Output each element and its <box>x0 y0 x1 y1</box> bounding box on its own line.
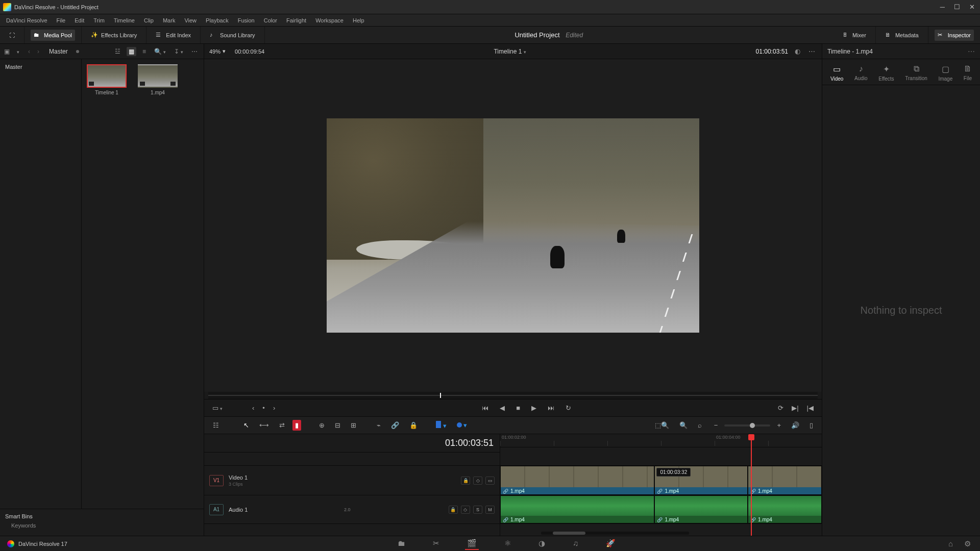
timeline-playhead[interactable] <box>751 434 752 536</box>
inspector-toggle[interactable]: ✂Inspector <box>935 30 974 41</box>
mixer-toggle[interactable]: 🎚Mixer <box>839 30 869 41</box>
bin-list-icon[interactable]: ▣ <box>4 48 11 55</box>
track-lock-button[interactable]: 🔒 <box>449 506 458 514</box>
page-fairlight[interactable]: ♫ <box>571 538 580 550</box>
page-cut[interactable]: ✂ <box>431 538 442 550</box>
track-mute-button[interactable]: M <box>485 506 495 514</box>
home-button[interactable]: ⌂ <box>946 538 955 549</box>
inspector-tab-effects[interactable]: ✦Effects <box>877 63 895 83</box>
menu-view[interactable]: View <box>180 16 201 24</box>
match-frame-button[interactable]: ‹ <box>250 403 256 413</box>
match-frame-fwd[interactable]: › <box>271 403 277 413</box>
bypass-grades-button[interactable]: ◐ <box>793 47 802 55</box>
thumb-timeline-1[interactable]: Timeline 1 <box>87 64 127 95</box>
replace-clip-button[interactable]: ⊞ <box>348 420 359 431</box>
marker-dropdown[interactable]: ▾ <box>454 420 470 431</box>
menu-clip[interactable]: Clip <box>140 16 158 24</box>
audio-clip[interactable]: 1.mp4 <box>654 495 748 523</box>
audio-track-1[interactable]: 1.mp4 1.mp4 1.mp4 <box>500 495 822 524</box>
inspector-tab-file[interactable]: 🗎File <box>963 63 973 83</box>
video-clip[interactable]: 1.mp4 <box>500 466 654 495</box>
zoom-in-button[interactable]: + <box>774 420 783 431</box>
match-frame-dot[interactable]: • <box>260 403 267 413</box>
trim-tool[interactable]: ⟷ <box>257 420 272 431</box>
page-color[interactable]: ◑ <box>536 538 547 550</box>
edit-index-toggle[interactable]: ☰Edit Index <box>153 30 194 41</box>
blade-tool[interactable]: ▮ <box>292 420 301 431</box>
viewer-mode-dropdown[interactable]: ▭ <box>210 403 225 413</box>
project-settings-button[interactable]: ⚙ <box>962 538 973 549</box>
goto-last-button[interactable]: ⏭ <box>546 403 556 413</box>
page-media[interactable]: 🖿 <box>396 538 407 550</box>
next-edit-button[interactable]: ▶| <box>790 403 800 413</box>
menu-playback[interactable]: Playback <box>202 16 233 24</box>
timeline-zoom-slider[interactable]: − + <box>712 420 783 431</box>
zoom-detail-button[interactable]: 🔍 <box>677 420 690 431</box>
viewer-canvas[interactable] <box>204 59 822 392</box>
overwrite-clip-button[interactable]: ⊟ <box>332 420 343 431</box>
zoom-full-button[interactable]: ⬚🔍 <box>652 420 672 431</box>
play-reverse-button[interactable]: ◀ <box>498 403 507 413</box>
menu-fusion[interactable]: Fusion <box>234 16 259 24</box>
zoom-out-button[interactable]: − <box>712 420 721 431</box>
nav-back-button[interactable]: ‹ <box>27 48 32 55</box>
track-head-video1[interactable]: V1 Video 1 3 Clips 🔒 ◇ ▭ <box>204 466 500 495</box>
selection-tool[interactable]: ↖ <box>241 420 252 431</box>
window-minimize-button[interactable]: ─ <box>940 3 945 11</box>
view-list-button[interactable]: ≡ <box>140 47 148 56</box>
timeline-timecode[interactable]: 01:00:03:51 <box>204 434 500 453</box>
track-lock-button[interactable]: 🔒 <box>461 477 470 485</box>
video-track-tag[interactable]: V1 <box>209 475 224 486</box>
timeline-ruler[interactable]: 01:00:02:00 01:00:04:00 <box>500 434 822 447</box>
audio-track-tag[interactable]: A1 <box>209 504 224 515</box>
stop-button[interactable]: ■ <box>514 403 522 413</box>
loop-button[interactable]: ↻ <box>564 403 573 413</box>
sound-library-toggle[interactable]: ♪Sound Library <box>207 30 258 41</box>
window-close-button[interactable]: ✕ <box>969 3 975 11</box>
page-deliver[interactable]: 🚀 <box>604 538 618 550</box>
menu-timeline[interactable]: Timeline <box>110 16 139 24</box>
video-clip[interactable]: 1.mp4 <box>748 466 822 495</box>
audio-monitor-button[interactable]: 🔊 <box>789 420 802 431</box>
goto-first-button[interactable]: ⏮ <box>480 403 491 413</box>
insert-clip-button[interactable]: ⊕ <box>316 420 327 431</box>
menu-trim[interactable]: Trim <box>89 16 109 24</box>
fullscreen-toggle-button[interactable]: ⛶ <box>6 30 18 40</box>
inspector-tab-transition[interactable]: ⧉Transition <box>904 63 928 83</box>
track-auto-select[interactable]: ◇ <box>461 506 470 514</box>
inspector-tab-audio[interactable]: ♪Audio <box>853 63 869 83</box>
audio-clip[interactable]: 1.mp4 <box>748 495 822 523</box>
inspector-tab-video[interactable]: ▭Video <box>829 63 844 83</box>
snap-toggle[interactable]: ⌁ <box>374 420 383 431</box>
zoom-custom-button[interactable]: ⌕ <box>695 420 704 431</box>
audio-meter-button[interactable]: ▯ <box>807 420 816 431</box>
sort-button[interactable]: ↧ <box>172 47 185 56</box>
view-metadata-button[interactable]: ☳ <box>113 47 122 56</box>
link-toggle[interactable]: 🔗 <box>388 420 402 431</box>
dynamic-trim-tool[interactable]: ⇄ <box>277 420 287 431</box>
menu-edit[interactable]: Edit <box>70 16 88 24</box>
window-maximize-button[interactable]: ☐ <box>954 3 960 11</box>
bin-color-dot[interactable] <box>76 50 79 53</box>
menu-help[interactable]: Help <box>349 16 369 24</box>
viewer-more-button[interactable]: ⋯ <box>807 47 817 55</box>
menu-mark[interactable]: Mark <box>159 16 179 24</box>
menu-color[interactable]: Color <box>260 16 281 24</box>
menu-fairlight[interactable]: Fairlight <box>282 16 310 24</box>
view-thumb-button[interactable]: ▦ <box>127 47 136 56</box>
inspector-more-button[interactable]: ⋯ <box>968 47 975 56</box>
timeline-view-options[interactable]: ☷ <box>210 420 222 431</box>
nav-fwd-button[interactable]: › <box>36 48 41 55</box>
viewer-zoom-dropdown[interactable]: 49%▾ <box>209 48 226 55</box>
timeline-name-dropdown[interactable]: Timeline 1▾ <box>270 48 750 55</box>
menu-file[interactable]: File <box>53 16 70 24</box>
timeline-horizontal-scrollbar[interactable] <box>541 532 689 535</box>
track-head-audio1[interactable]: A1 Audio 1 2.0 🔒 ◇ S M <box>204 495 500 524</box>
inspector-tab-image[interactable]: ▢Image <box>937 63 953 83</box>
mp-more-button[interactable]: ⋯ <box>189 47 200 56</box>
menu-workspace[interactable]: Workspace <box>311 16 348 24</box>
effects-library-toggle[interactable]: ✨Effects Library <box>88 30 140 41</box>
bin-master-node[interactable]: Master <box>5 62 76 71</box>
single-viewer-button[interactable]: ⟳ <box>776 403 786 413</box>
lock-toggle[interactable]: 🔒 <box>407 420 420 431</box>
